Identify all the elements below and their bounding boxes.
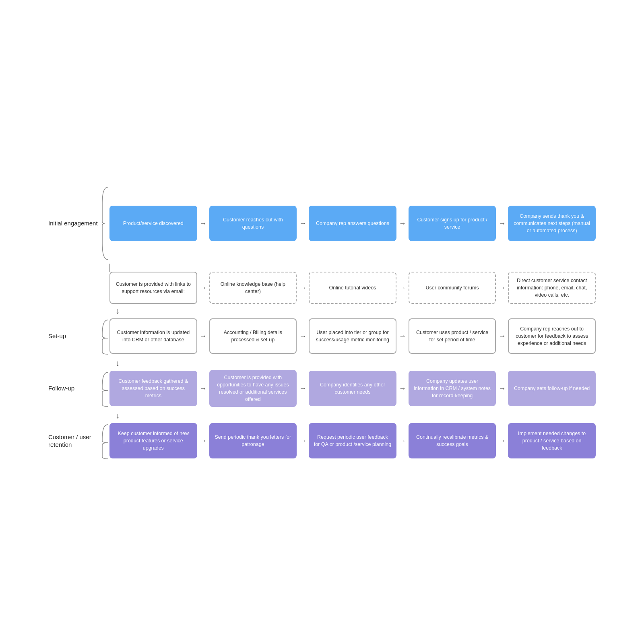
brace-setup (101, 316, 109, 356)
connector-svg-1 (109, 264, 596, 272)
node-links-to-support: Customer is provided with links to suppo… (109, 272, 197, 304)
node-tutorial-videos: Online tutorial videos (309, 272, 396, 304)
nodes-row-retention: Keep customer informed of new product fe… (109, 423, 596, 458)
nodes-row-setup: Customer information is updated into CRM… (109, 318, 596, 354)
arrow-support-3: → (396, 284, 409, 292)
node-thank-you-letters: Send periodic thank you letters for patr… (209, 423, 297, 458)
node-uses-product: Customer uses product / service for set … (409, 318, 496, 354)
label-retention: Customer / user retention (48, 433, 101, 449)
node-recalibrate: Continually recalibrate metrics & succes… (409, 423, 496, 458)
nodes-row-1: Product/service discovered → Customer re… (109, 206, 596, 241)
brace-initial-engagement (101, 183, 109, 264)
node-issues-resolved: Customer is provided with opportunities … (209, 370, 297, 407)
down-arrow-icon-2: ↓ (116, 359, 120, 368)
arrow-r2-r3: → (297, 437, 309, 445)
arrow-s1-s2: → (197, 332, 209, 341)
phase-row-retention: Customer / user retention Keep customer … (48, 421, 596, 461)
node-customer-reaches-out: Customer reaches out with questions (209, 206, 297, 241)
phase-followup: Follow-up Customer feedback gathered & a… (48, 368, 596, 409)
arrow-2-3: → (297, 219, 309, 228)
node-other-needs: Company identifies any other customer ne… (309, 371, 396, 406)
down-arrow-icon-1: ↓ (116, 306, 120, 316)
brace-followup (101, 368, 109, 409)
phase-row-followup: Follow-up Customer feedback gathered & a… (48, 368, 596, 409)
brace-retention (101, 421, 109, 461)
node-keep-informed: Keep customer informed of new product fe… (109, 423, 197, 458)
label-setup: Set-up (48, 332, 101, 340)
arrow-f4-f5: → (496, 384, 508, 393)
node-knowledge-base: Online knowledge base (help center) (209, 272, 297, 304)
arrow-s4-s5: → (496, 332, 508, 341)
node-rep-reaches-out: Company rep reaches out to customer for … (508, 318, 596, 354)
node-sets-followup: Company sets follow-up if needed (508, 371, 596, 406)
node-company-rep-answers: Company rep answers questions (309, 206, 396, 241)
phase-row-1b: Customer is provided with links to suppo… (48, 272, 596, 304)
phase-retention: Customer / user retention Keep customer … (48, 421, 596, 461)
down-arrow-1b-to-setup: ↓ (48, 305, 596, 316)
arrow-3-4: → (396, 219, 409, 228)
arrow-s2-s3: → (297, 332, 309, 341)
arrow-r1-r2: → (197, 437, 209, 445)
arrow-4-5: → (496, 219, 508, 228)
node-crm-update-2: Company updates user information in CRM … (409, 371, 496, 406)
node-crm-update: Customer information is updated into CRM… (109, 318, 197, 354)
node-billing: Accounting / Billing details processed &… (209, 318, 297, 354)
node-customer-signs-up: Customer signs up for product / service (409, 206, 496, 241)
phase-initial-engagement: Initial engagement Product/service disco… (48, 183, 596, 304)
node-implement-changes: Implement needed changes to product / se… (508, 423, 596, 458)
arrow-support-4: → (496, 284, 508, 292)
arrow-f3-f4: → (396, 384, 409, 393)
arrow-r3-r4: → (396, 437, 409, 445)
arrow-s3-s4: → (396, 332, 409, 341)
phase-row-setup: Set-up Customer information is updated i… (48, 316, 596, 356)
label-initial-engagement: Initial engagement (48, 219, 101, 227)
arrow-support-1: → (197, 284, 209, 292)
connector-row1-row2 (48, 264, 596, 272)
phase-row-1: Initial engagement Product/service disco… (48, 183, 596, 264)
arrow-f1-f2: → (197, 384, 209, 393)
node-company-sends-thanks: Company sends thank you & communicates n… (508, 206, 596, 241)
arrow-f2-f3: → (297, 384, 309, 393)
nodes-row-1b: Customer is provided with links to suppo… (109, 272, 596, 304)
arrow-support-2: → (297, 284, 309, 292)
node-feedback-gathered: Customer feedback gathered & assessed ba… (109, 371, 197, 406)
node-request-feedback: Request periodic user feedback for QA or… (309, 423, 396, 458)
node-community-forums: User community forums (409, 272, 496, 304)
phase-setup: Set-up Customer information is updated i… (48, 316, 596, 356)
nodes-row-followup: Customer feedback gathered & assessed ba… (109, 370, 596, 407)
node-tier-group: User placed into tier or group for succe… (309, 318, 396, 354)
label-followup: Follow-up (48, 384, 101, 392)
node-product-discovered: Product/service discovered (109, 206, 197, 241)
arrow-r4-r5: → (496, 437, 508, 445)
diagram-wrapper: Initial engagement Product/service disco… (40, 167, 604, 477)
arrow-1-2: → (197, 219, 209, 228)
down-arrow-setup-to-followup: ↓ (48, 358, 596, 368)
down-arrow-icon-3: ↓ (116, 411, 120, 420)
down-arrow-followup-to-retention: ↓ (48, 410, 596, 421)
node-contact-info: Direct customer service contact informat… (508, 272, 596, 304)
